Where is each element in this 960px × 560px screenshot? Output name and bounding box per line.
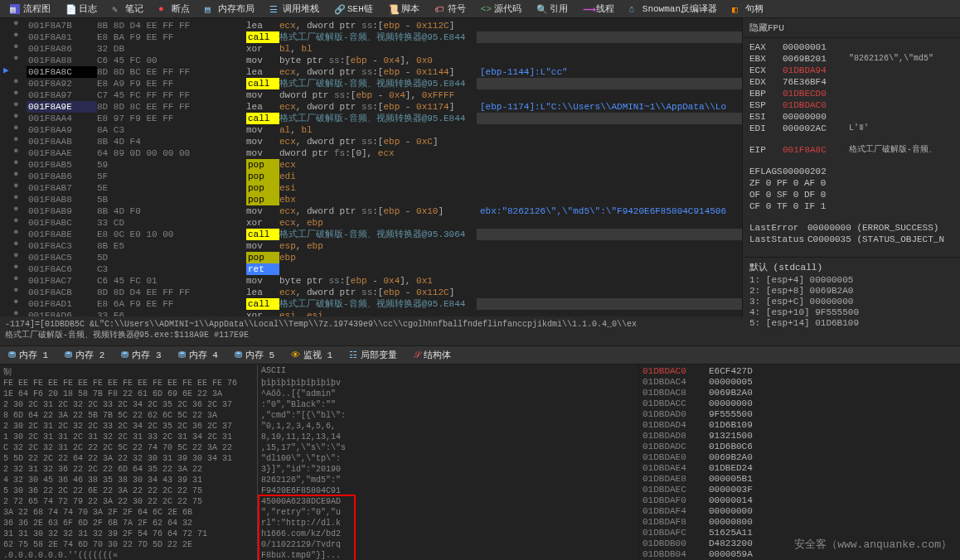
hex-row[interactable]: 5 30 36 22 2C 22 6E 22 3A 22 22 2C 22 75 — [3, 485, 254, 496]
disasm-addr[interactable]: 001F8ABE — [27, 229, 97, 240]
disasm-op[interactable]: call格式工厂破解版-音频、视频转换器@95.E844 — [246, 78, 477, 89]
tab-dump3[interactable]: ⛃内存 3 — [113, 347, 169, 363]
hex-row[interactable]: 8 6D 64 22 3A 22 5B 7B 5C 22 62 6C 5C 22… — [3, 410, 254, 421]
disasm-op[interactable]: movdword ptr fs:[0], ecx — [246, 147, 477, 159]
disasm-addr[interactable]: 001F8AA9 — [27, 124, 97, 136]
tb-log[interactable]: 📄日志 — [59, 1, 104, 17]
disasm-addr[interactable]: 001F8AAE — [27, 147, 97, 159]
disasm-op[interactable]: xoresi, esi — [246, 310, 477, 316]
hex-row[interactable]: 2 30 2C 31 2C 32 2C 33 2C 34 2C 35 2C 36… — [3, 399, 254, 410]
stack-row[interactable]: 01DBDAC80069B2A0 — [642, 388, 957, 398]
stack-row[interactable]: 01DBDAC0E6CF427D — [642, 366, 957, 377]
disasm-addr[interactable]: 001F8AD1 — [27, 298, 97, 310]
hex-row[interactable]: .0.0.0.0.0.0.''(((((((« — [3, 550, 254, 560]
hex-row[interactable]: 5 5D 22 2C 22 64 22 3A 22 32 30 31 39 30… — [3, 453, 254, 464]
stack-row[interactable]: 01DBDAF800000800 — [642, 517, 957, 528]
disasm-addr[interactable]: 001F8AC5 — [27, 252, 97, 263]
hex-row[interactable]: 31 31 30 32 32 31 32 39 2F 54 76 64 72 7… — [3, 529, 254, 539]
tb-source[interactable]: <>源代码 — [474, 1, 528, 17]
disasm-addr[interactable]: 001F8A9E — [27, 101, 97, 113]
tab-dump1[interactable]: ⛃内存 1 — [0, 347, 56, 363]
ascii-row[interactable]: :"0","Black":"" — [261, 399, 353, 410]
tb-seh[interactable]: 🔗SEH链 — [327, 1, 380, 17]
disasm-addr[interactable]: 001F8A8C — [27, 66, 97, 78]
disasm-addr[interactable]: 001F8AAB — [27, 136, 97, 147]
disasm-op[interactable]: movecx, dword ptr ss:[ebp - 0x10] — [246, 205, 477, 217]
reg-row[interactable]: EDX76E36BF4 — [749, 76, 953, 88]
stack-panel[interactable]: 01DBDAC0E6CF427D01DBDAC40000000501DBDAC8… — [638, 364, 960, 560]
stack-row[interactable]: 01DBDAD09F555500 — [642, 409, 957, 420]
hex-row[interactable]: 1 30 2C 31 31 2C 31 32 2C 31 33 2C 31 34… — [3, 432, 254, 442]
stack-row[interactable]: 01DBDACC00000000 — [642, 398, 957, 409]
hex-row[interactable]: 4 32 30 45 36 46 38 35 38 30 34 43 39 31 — [3, 475, 254, 485]
disasm-addr[interactable]: 001F8AC3 — [27, 240, 97, 252]
tb-flow[interactable]: ▦流程图 — [3, 1, 57, 17]
disasm-addr[interactable]: 001F8A81 — [27, 31, 97, 43]
disasm-addr[interactable]: 001F8AB6 — [27, 171, 97, 182]
disasm-op[interactable]: popebp — [246, 252, 477, 263]
stack-row[interactable]: 01DBDAE8000005B1 — [642, 474, 957, 485]
tb-breakpoint[interactable]: ●断点 — [152, 1, 196, 17]
stack-row[interactable]: 01DBDAC400000005 — [642, 377, 957, 388]
reg-row[interactable]: ESP01DBDAC0 — [749, 99, 953, 111]
stack-row[interactable]: 01DBDAF000000014 — [642, 495, 957, 506]
ascii-row[interactable]: 8262126","md5":" — [261, 475, 353, 485]
disasm-addr[interactable]: 001F8ABC — [27, 217, 97, 229]
ascii-row[interactable]: "dl100\",\"tp\": — [261, 453, 353, 464]
disasm-op[interactable]: movesp, ebp — [246, 240, 477, 252]
disasm-op[interactable]: popesi — [246, 182, 477, 194]
tb-memlayout[interactable]: ▤内存布局 — [198, 1, 261, 17]
args-panel[interactable]: 默认 (stdcall) 1: [esp+4] 000000052: [esp+… — [744, 257, 960, 331]
disasm-op[interactable]: movbyte ptr ss:[ebp - 0x4], 0x0 — [246, 55, 477, 66]
disasm-addr[interactable]: 001F8A92 — [27, 78, 97, 89]
reg-row[interactable]: ESI00000000 — [749, 111, 953, 123]
tab-dump5[interactable]: ⛃内存 5 — [226, 347, 283, 363]
hex-row[interactable]: 36 36 2E 63 6F 6D 2F 6B 7A 2F 62 64 32 — [3, 518, 254, 529]
disasm-op[interactable]: leaecx, dword ptr ss:[ebp - 0x1144] — [246, 66, 477, 78]
disasm-op[interactable]: moval, bl — [246, 124, 477, 136]
disasm-addr[interactable]: 001F8AC6 — [27, 263, 97, 275]
reg-row[interactable]: EBP01DBECD0 — [749, 88, 953, 99]
reg-header[interactable]: 隐藏FPU — [743, 18, 960, 38]
disasm-addr[interactable]: 001F8A86 — [27, 43, 97, 55]
stack-row[interactable]: 01DBDAD891321500 — [642, 431, 957, 442]
ascii-row[interactable]: 3}]","id":"20190 — [261, 464, 353, 475]
reg-row[interactable]: EAX00000001 — [749, 41, 953, 53]
disasm-addr[interactable]: 001F8AC7 — [27, 275, 97, 287]
tb-snowman[interactable]: ☃Snowman反编译器 — [623, 1, 724, 17]
disasm-op[interactable]: movbyte ptr ss:[ebp - 0x4], 0x1 — [246, 275, 477, 287]
disasm-addr[interactable]: 001F8A7B — [27, 20, 97, 31]
stack-row[interactable]: 01DBDAD401D6B109 — [642, 420, 957, 431]
ascii-row[interactable]: þîþîþîþîþîþîþîþv — [261, 378, 353, 389]
tab-watch1[interactable]: 👁监视 1 — [283, 347, 341, 363]
disasm-addr[interactable]: 001F8A88 — [27, 55, 97, 66]
disasm-op[interactable]: xorbl, bl — [246, 43, 477, 55]
stack-row[interactable]: 01DBDAE401DBED24 — [642, 463, 957, 474]
disasm-addr[interactable]: 001F8AA4 — [27, 113, 97, 124]
hex-row[interactable]: 2 32 31 32 36 22 2C 22 6D 64 35 22 3A 22 — [3, 464, 254, 475]
stack-row[interactable]: 01DBDADC01D6B0C6 — [642, 442, 957, 452]
stack-row[interactable]: 01DBDAE00069B2A0 — [642, 452, 957, 463]
disasm-op[interactable]: popedi — [246, 171, 477, 182]
hex-row[interactable]: 2 72 65 74 72 79 22 3A 22 30 22 2C 22 75 — [3, 496, 254, 507]
disasm-addr[interactable]: 001F8AB9 — [27, 205, 97, 217]
disasm-op[interactable]: leaecx, dword ptr ss:[ebp - 0x112C] — [246, 20, 477, 31]
tb-ref[interactable]: 🔍引用 — [530, 1, 575, 17]
reg-row[interactable]: EBX0069B201"8262126\",\"md5" — [749, 53, 953, 65]
stack-row[interactable]: 01DBDAEC0000003F — [642, 485, 957, 495]
hex-row[interactable]: 3A 22 68 74 74 70 3A 2F 2F 64 6C 2E 6B — [3, 507, 254, 518]
disasm-op[interactable]: popebx — [246, 194, 477, 205]
disasm-op[interactable]: leaecx, dword ptr ss:[ebp - 0x1174] — [246, 101, 477, 113]
tb-script[interactable]: 📜脚本 — [381, 1, 426, 17]
tab-struct[interactable]: 𝒮结构体 — [405, 347, 459, 363]
disasm-op[interactable]: call格式工厂破解版-音频、视频转换器@95.E844 — [246, 298, 477, 310]
disasm-addr[interactable]: 001F8AB5 — [27, 159, 97, 171]
tb-symbols[interactable]: 🏷符号 — [428, 1, 473, 17]
ascii-row[interactable]: ,"cmd":"[{\"bl\": — [261, 410, 353, 421]
tb-callstack[interactable]: ☰调用堆栈 — [263, 1, 326, 17]
disasm-addr[interactable]: 001F8A97 — [27, 89, 97, 101]
disasm-op[interactable]: call格式工厂破解版-音频、视频转换器@95.E844 — [246, 113, 477, 124]
disasm-addr[interactable]: 001F8AB7 — [27, 182, 97, 194]
reg-row[interactable]: ECX01DBDA94 — [749, 65, 953, 76]
hex-row[interactable]: 2 30 2C 31 2C 32 2C 33 2C 34 2C 35 2C 36… — [3, 421, 254, 432]
